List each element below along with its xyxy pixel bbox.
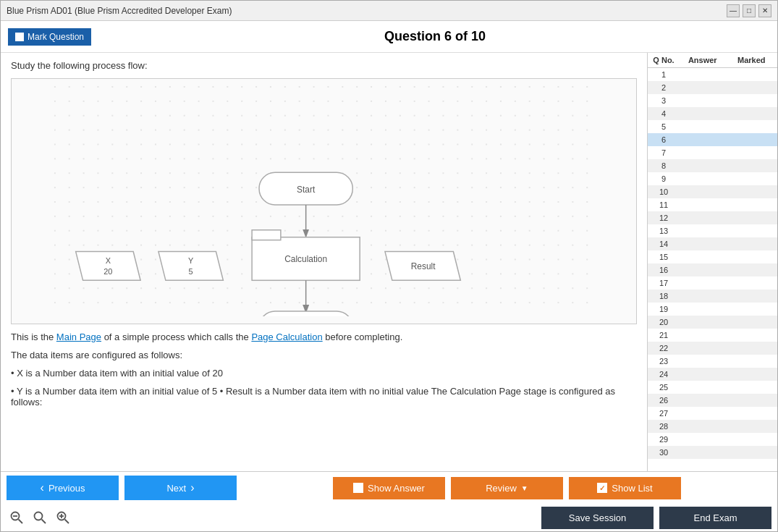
zoom-in-button[interactable] xyxy=(53,507,73,528)
bottom-bar-row1: ‹ Previous Next › Show Answer Review ▼ xyxy=(1,472,777,504)
end-exam-button[interactable]: End Exam xyxy=(659,507,771,529)
sidebar-row-answer xyxy=(678,148,727,158)
sidebar-row[interactable]: 20 xyxy=(648,316,777,329)
sidebar-row-answer xyxy=(678,135,727,145)
sidebar-row-marked xyxy=(727,395,777,405)
close-button[interactable]: ✕ xyxy=(758,4,771,17)
sidebar-row[interactable]: 28 xyxy=(648,420,777,433)
zoom-out-button[interactable] xyxy=(7,507,27,528)
sidebar-row-num: 18 xyxy=(649,291,678,301)
sidebar-row-answer xyxy=(678,395,727,405)
svg-line-21 xyxy=(19,520,23,524)
sidebar-row[interactable]: 8 xyxy=(648,159,777,172)
main-page-link: Main Page xyxy=(56,332,101,342)
sidebar-row[interactable]: 26 xyxy=(648,394,777,407)
show-list-button[interactable]: ✓ Show List xyxy=(569,477,681,499)
sidebar: Q No. Answer Marked 12345678910111213141… xyxy=(647,53,777,471)
sidebar-row[interactable]: 16 xyxy=(648,263,777,276)
sidebar-row-answer xyxy=(678,96,727,106)
svg-text:Result: Result xyxy=(411,261,436,271)
next-button[interactable]: Next › xyxy=(124,476,237,500)
sidebar-row[interactable]: 30 xyxy=(648,446,777,459)
sidebar-row-answer xyxy=(678,252,727,262)
sidebar-row-answer xyxy=(678,434,727,444)
sidebar-row-num: 3 xyxy=(649,96,678,106)
sidebar-row-num: 29 xyxy=(649,434,678,444)
sidebar-row-num: 16 xyxy=(649,265,678,275)
review-button[interactable]: Review ▼ xyxy=(451,477,563,499)
sidebar-row[interactable]: 10 xyxy=(648,185,777,198)
sidebar-row-marked xyxy=(727,447,777,457)
sidebar-row[interactable]: 14 xyxy=(648,237,777,250)
sidebar-row-num: 25 xyxy=(649,382,678,392)
sidebar-row[interactable]: 21 xyxy=(648,329,777,342)
next-chevron-icon: › xyxy=(190,481,194,494)
sidebar-row-num: 1 xyxy=(649,69,678,80)
sidebar-row[interactable]: 13 xyxy=(648,224,777,237)
sidebar-row-answer xyxy=(678,226,727,236)
save-session-button[interactable]: Save Session xyxy=(541,507,654,529)
sidebar-row-marked xyxy=(727,330,777,340)
sidebar-row-marked xyxy=(727,161,777,171)
zoom-reset-icon xyxy=(33,510,47,525)
sidebar-row[interactable]: 18 xyxy=(648,290,777,303)
question-title: Question 6 of 10 xyxy=(100,29,770,44)
sidebar-row-marked xyxy=(727,174,777,184)
svg-text:Start: Start xyxy=(297,185,316,195)
sidebar-row[interactable]: 6 xyxy=(648,133,777,146)
sidebar-row-num: 15 xyxy=(649,252,678,262)
sidebar-row[interactable]: 7 xyxy=(648,146,777,159)
sidebar-row-answer xyxy=(678,356,727,366)
sidebar-row-answer xyxy=(678,317,727,327)
sidebar-row-num: 9 xyxy=(649,174,678,184)
show-answer-button[interactable]: Show Answer xyxy=(333,477,445,499)
save-session-label: Save Session xyxy=(569,512,627,523)
sidebar-row[interactable]: 3 xyxy=(648,94,777,107)
sidebar-col-qno: Q No. xyxy=(649,56,678,64)
sidebar-row-answer xyxy=(678,369,727,379)
instruction-text: Study the following process flow: xyxy=(11,60,637,71)
sidebar-row-marked xyxy=(727,69,777,80)
sidebar-row-marked xyxy=(727,356,777,366)
sidebar-row[interactable]: 1 xyxy=(648,68,777,81)
sidebar-row[interactable]: 12 xyxy=(648,211,777,224)
sidebar-row[interactable]: 5 xyxy=(648,120,777,133)
sidebar-row[interactable]: 24 xyxy=(648,368,777,381)
sidebar-row-num: 26 xyxy=(649,395,678,405)
sidebar-row-num: 6 xyxy=(649,135,678,145)
sidebar-row-answer xyxy=(678,447,727,457)
sidebar-row-answer xyxy=(678,69,727,80)
zoom-reset-button[interactable] xyxy=(30,507,50,528)
sidebar-row[interactable]: 22 xyxy=(648,342,777,355)
sidebar-row-marked xyxy=(727,226,777,236)
sidebar-row-marked xyxy=(727,369,777,379)
sidebar-row[interactable]: 17 xyxy=(648,276,777,290)
title-bar: Blue Prism AD01 (Blue Prism Accredited D… xyxy=(1,1,777,21)
sidebar-row-answer xyxy=(678,239,727,249)
minimize-button[interactable]: — xyxy=(727,4,740,17)
sidebar-row-num: 4 xyxy=(649,109,678,119)
sidebar-row-marked xyxy=(727,187,777,197)
sidebar-row[interactable]: 27 xyxy=(648,407,777,420)
sidebar-row-marked xyxy=(727,252,777,262)
sidebar-row[interactable]: 9 xyxy=(648,172,777,185)
sidebar-row[interactable]: 19 xyxy=(648,303,777,316)
sidebar-row-marked xyxy=(727,239,777,249)
sidebar-row-answer xyxy=(678,421,727,431)
sidebar-row[interactable]: 2 xyxy=(648,81,777,94)
sidebar-row-answer xyxy=(678,382,727,392)
sidebar-row-num: 7 xyxy=(649,148,678,158)
sidebar-row-num: 14 xyxy=(649,239,678,249)
mark-question-button[interactable]: Mark Question xyxy=(8,28,91,46)
show-list-label: Show List xyxy=(612,483,652,494)
previous-button[interactable]: ‹ Previous xyxy=(7,476,119,500)
sidebar-row[interactable]: 23 xyxy=(648,355,777,368)
sidebar-row[interactable]: 25 xyxy=(648,381,777,394)
sidebar-row[interactable]: 4 xyxy=(648,107,777,120)
sidebar-row[interactable]: 11 xyxy=(648,198,777,211)
sidebar-row-num: 13 xyxy=(649,226,678,236)
maximize-button[interactable]: □ xyxy=(743,4,756,17)
sidebar-row[interactable]: 29 xyxy=(648,433,777,446)
sidebar-row[interactable]: 15 xyxy=(648,250,777,263)
sidebar-list[interactable]: 1234567891011121314151617181920212223242… xyxy=(648,68,777,471)
